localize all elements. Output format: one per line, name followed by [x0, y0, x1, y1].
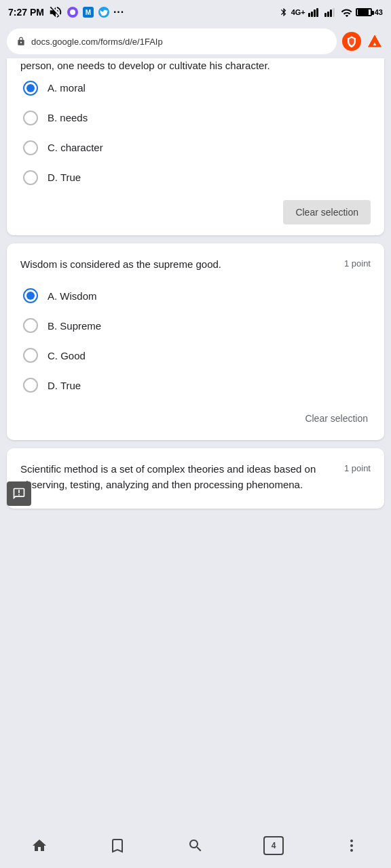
- address-bar: docs.google.com/forms/d/e/1FAIp ▲: [0, 24, 391, 58]
- home-nav-button[interactable]: [29, 835, 50, 856]
- svg-rect-5: [308, 13, 310, 17]
- clear-selection-button-2[interactable]: Clear selection: [302, 408, 371, 429]
- home-icon: [31, 837, 48, 854]
- question-3-text: Scientific method is a set of complex th…: [20, 462, 339, 492]
- radio-2b: [23, 318, 38, 333]
- svg-rect-6: [311, 12, 313, 17]
- svg-rect-10: [327, 12, 329, 17]
- overflow-dots: ···: [113, 6, 124, 18]
- radio-1c: [23, 140, 38, 155]
- svg-text:M: M: [86, 9, 91, 16]
- option-label-2b: B. Supreme: [48, 320, 101, 332]
- url-text: docs.google.com/forms/d/e/1FAIp: [31, 37, 327, 47]
- menu-icon: [343, 837, 360, 854]
- radio-2c: [23, 348, 38, 363]
- svg-point-17: [350, 849, 353, 852]
- clear-selection-button-1[interactable]: Clear selection: [283, 200, 371, 224]
- option-label-1c: C. character: [48, 142, 103, 153]
- radio-1b: [23, 111, 38, 125]
- option-label-2c: C. Good: [48, 350, 86, 361]
- svg-point-15: [350, 840, 353, 842]
- question-card-1: person, one needs to develop or cultivat…: [7, 58, 384, 235]
- search-icon: [187, 837, 204, 854]
- option-1c[interactable]: C. character: [20, 134, 371, 162]
- question-2-text: Wisdom is considered as the supreme good…: [20, 257, 339, 273]
- option-2d[interactable]: D. True: [20, 371, 371, 399]
- question-2-points: 1 point: [344, 257, 371, 269]
- option-2a[interactable]: A. Wisdom: [20, 281, 371, 310]
- bluetooth-icon: [279, 6, 288, 18]
- browser-extensions: ▲: [342, 32, 384, 51]
- svg-point-1: [70, 9, 75, 15]
- bottom-navigation: 4: [0, 829, 391, 868]
- svg-text:▲: ▲: [372, 41, 377, 47]
- svg-rect-9: [324, 13, 327, 17]
- app-icon-blue: M: [82, 6, 94, 18]
- question-3-points: 1 point: [344, 462, 371, 473]
- url-field[interactable]: docs.google.com/forms/d/e/1FAIp: [7, 28, 337, 54]
- radio-inner-1a: [26, 84, 35, 92]
- option-2b[interactable]: B. Supreme: [20, 311, 371, 340]
- signal-icon-2: [324, 7, 338, 17]
- status-right-icons: 4G+ 43: [279, 6, 383, 18]
- question-card-3: Scientific method is a set of complex th…: [7, 448, 384, 509]
- svg-point-16: [350, 844, 353, 847]
- option-label-1b: B. needs: [48, 112, 88, 123]
- radio-inner-2a: [26, 292, 35, 300]
- mute-icon: [48, 5, 63, 20]
- svg-rect-7: [314, 9, 316, 17]
- brave-extension-icon[interactable]: [342, 32, 361, 51]
- option-1d[interactable]: D. True: [20, 163, 371, 192]
- svg-rect-8: [316, 8, 318, 17]
- signal-icon: [308, 7, 322, 17]
- radio-2a: [23, 288, 38, 303]
- radio-1d: [23, 170, 38, 185]
- main-content: person, one needs to develop or cultivat…: [0, 58, 391, 524]
- battery-level: 43: [375, 8, 383, 16]
- feedback-icon: [12, 487, 26, 500]
- menu-nav-button[interactable]: [341, 835, 362, 856]
- app-icon-twitter: [98, 6, 110, 18]
- bookmark-icon: [109, 837, 126, 854]
- feedback-icon-container[interactable]: [7, 481, 31, 506]
- search-nav-button[interactable]: [185, 835, 206, 856]
- lock-icon: [16, 36, 26, 47]
- svg-rect-12: [333, 8, 335, 17]
- battery-icon: [356, 8, 372, 16]
- option-label-2a: A. Wisdom: [48, 290, 97, 302]
- option-1a[interactable]: A. moral: [20, 74, 371, 102]
- option-label-1a: A. moral: [48, 82, 86, 94]
- option-label-1d: D. True: [48, 172, 81, 183]
- option-label-2d: D. True: [48, 380, 81, 391]
- tabs-count-label: 4: [272, 841, 276, 850]
- tabs-count-button[interactable]: 4: [263, 836, 284, 855]
- clear-selection-row-1: Clear selection: [20, 200, 371, 224]
- network-type: 4G+: [291, 8, 305, 16]
- status-bar: 7:27 PM M ··· 4G+: [0, 0, 391, 24]
- radio-2d: [23, 378, 38, 393]
- question-1-text-partial: person, one needs to develop or cultivat…: [20, 58, 365, 74]
- question-card-2: Wisdom is considered as the supreme good…: [7, 243, 384, 441]
- time-display: 7:27 PM: [8, 7, 44, 18]
- question-3-header: Scientific method is a set of complex th…: [20, 462, 371, 492]
- app-icon-purple: [67, 6, 79, 18]
- question-2-header: Wisdom is considered as the supreme good…: [20, 257, 371, 273]
- option-2c[interactable]: C. Good: [20, 341, 371, 370]
- svg-rect-11: [330, 9, 332, 17]
- bookmark-nav-button[interactable]: [107, 835, 128, 856]
- question-2-options: A. Wisdom B. Supreme C. Good D. True: [20, 281, 371, 399]
- triangle-extension-icon[interactable]: ▲: [365, 32, 384, 51]
- question-1-options: A. moral B. needs C. character D. True: [20, 74, 371, 192]
- option-1b[interactable]: B. needs: [20, 104, 371, 132]
- clear-selection-row-2: Clear selection: [20, 408, 371, 429]
- wifi-icon: [341, 7, 353, 17]
- radio-1a: [23, 81, 38, 96]
